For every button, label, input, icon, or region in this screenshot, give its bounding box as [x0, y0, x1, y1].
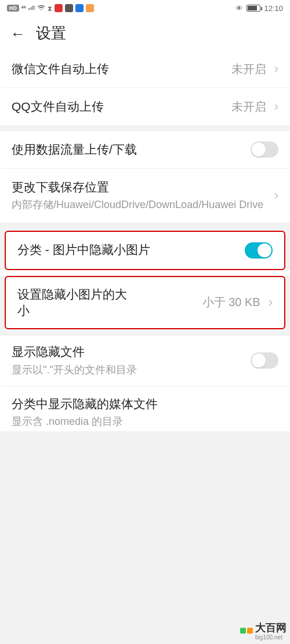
status-bar: HD ⁴⁶ ₊ıll ⧗ 👁 12:10: [0, 0, 290, 16]
watermark-url: big100.net: [255, 635, 287, 641]
back-button[interactable]: ←: [7, 24, 29, 43]
row-title: 显示隐藏文件: [12, 344, 244, 360]
row-subtitle: 显示以"."开头的文件和目录: [12, 363, 162, 377]
eye-comfort-icon: 👁: [235, 4, 243, 13]
wifi-icon: [37, 3, 45, 13]
battery-icon: [246, 5, 260, 12]
row-hide-small-images[interactable]: 分类 - 图片中隐藏小图片: [6, 232, 284, 269]
hourglass-icon: ⧗: [48, 5, 52, 12]
signal-4g: ⁴⁶ ₊ıll: [21, 5, 35, 11]
app-header: ← 设置: [0, 16, 290, 50]
section-gap: [0, 223, 290, 231]
row-hide-size[interactable]: 设置隐藏小图片的大小 小于 30 KB ›: [6, 277, 284, 329]
page-title: 设置: [36, 23, 66, 43]
toggle-show-hidden[interactable]: [251, 352, 278, 369]
row-title: 设置隐藏小图片的大小: [17, 286, 133, 319]
row-value: 小于 30 KB: [202, 294, 260, 310]
app-icon-alipay: [75, 4, 84, 12]
section-gap: [0, 125, 290, 131]
clock-time: 12:10: [264, 4, 283, 13]
row-wechat-upload[interactable]: 微信文件自动上传 未开启 ›: [0, 50, 290, 88]
app-icon-music: [65, 4, 73, 12]
app-icon-orange: [86, 4, 94, 12]
row-title: 更改下载保存位置: [12, 179, 266, 195]
row-data-upload[interactable]: 使用数据流量上传/下载: [0, 131, 290, 168]
chevron-right-icon: ›: [273, 63, 278, 75]
row-title: 分类中显示隐藏的媒体文件: [12, 396, 174, 412]
row-title: 使用数据流量上传/下载: [12, 141, 145, 158]
chevron-right-icon: ›: [267, 296, 273, 309]
highlight-box-hide-small: 分类 - 图片中隐藏小图片: [5, 231, 285, 270]
status-right: 👁 12:10: [235, 4, 283, 13]
row-subtitle: 显示含 .nomedia 的目录: [12, 414, 278, 428]
toggle-hide-small[interactable]: [245, 242, 273, 259]
chevron-right-icon: ›: [273, 100, 278, 113]
spacer: [0, 270, 290, 276]
hd-badge: HD: [7, 5, 19, 12]
watermark-icon: [240, 628, 253, 634]
row-title: 微信文件自动上传: [12, 61, 224, 77]
watermark: 大百网 big100.net: [240, 621, 287, 641]
watermark-text: 大百网: [255, 622, 287, 634]
row-show-hidden-media[interactable]: 分类中显示隐藏的媒体文件 显示含 .nomedia 的目录: [0, 387, 290, 431]
row-show-hidden[interactable]: 显示隐藏文件 显示以"."开头的文件和目录: [0, 336, 290, 386]
chevron-right-icon: ›: [273, 189, 278, 202]
app-icon-red: [55, 4, 63, 12]
row-title: QQ文件自动上传: [12, 99, 224, 115]
row-subtitle: 内部存储/Huawei/CloudDrive/DownLoad/Huawei D…: [12, 198, 266, 212]
row-value: 未开启: [231, 61, 266, 77]
toggle-data-upload[interactable]: [251, 141, 278, 158]
row-qq-upload[interactable]: QQ文件自动上传 未开启 ›: [0, 88, 290, 125]
row-value: 未开启: [231, 99, 266, 115]
row-title: 分类 - 图片中隐藏小图片: [17, 242, 151, 258]
row-download-location[interactable]: 更改下载保存位置 内部存储/Huawei/CloudDrive/DownLoad…: [0, 169, 290, 223]
highlight-box-hide-size: 设置隐藏小图片的大小 小于 30 KB ›: [5, 276, 285, 330]
status-left: HD ⁴⁶ ₊ıll ⧗: [7, 3, 94, 13]
